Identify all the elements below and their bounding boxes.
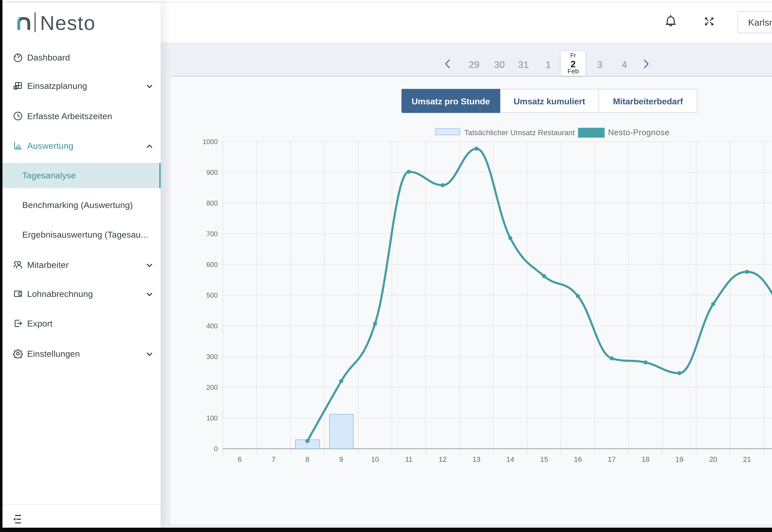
svg-text:20: 20 bbox=[709, 455, 717, 463]
svg-text:18: 18 bbox=[641, 455, 649, 463]
svg-text:Nesto: Nesto bbox=[40, 12, 96, 33]
svg-text:14: 14 bbox=[506, 455, 514, 463]
svg-text:15: 15 bbox=[540, 455, 548, 463]
svg-text:10: 10 bbox=[371, 455, 379, 463]
svg-text:7: 7 bbox=[271, 455, 275, 463]
svg-text:800: 800 bbox=[206, 199, 217, 207]
svg-text:900: 900 bbox=[206, 169, 217, 176]
svg-text:0: 0 bbox=[214, 445, 217, 453]
svg-text:21: 21 bbox=[743, 455, 751, 463]
svg-text:13: 13 bbox=[472, 455, 480, 463]
svg-text:16: 16 bbox=[574, 455, 582, 463]
svg-text:11: 11 bbox=[405, 455, 413, 463]
svg-text:300: 300 bbox=[206, 353, 217, 361]
svg-text:200: 200 bbox=[206, 384, 217, 391]
svg-text:9: 9 bbox=[339, 455, 343, 463]
svg-text:500: 500 bbox=[206, 292, 217, 299]
svg-text:6: 6 bbox=[238, 455, 242, 463]
svg-text:600: 600 bbox=[206, 261, 217, 268]
svg-text:8: 8 bbox=[305, 455, 309, 463]
svg-text:12: 12 bbox=[439, 455, 447, 463]
svg-text:700: 700 bbox=[206, 230, 217, 238]
svg-text:100: 100 bbox=[206, 414, 217, 422]
svg-text:17: 17 bbox=[608, 455, 616, 463]
svg-text:400: 400 bbox=[206, 322, 217, 330]
svg-text:19: 19 bbox=[675, 455, 683, 463]
svg-text:1000: 1000 bbox=[202, 138, 217, 146]
